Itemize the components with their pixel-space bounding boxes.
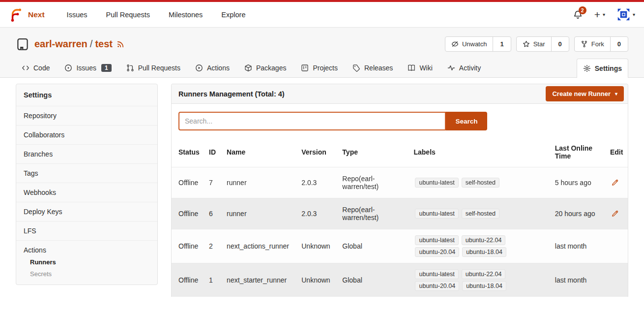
play-circle-icon bbox=[195, 64, 203, 72]
tab-label: Code bbox=[33, 64, 50, 72]
search-input[interactable] bbox=[178, 112, 446, 130]
tag-icon bbox=[352, 64, 360, 72]
runners-panel-header: Runners Management (Total: 4) Create new… bbox=[172, 84, 628, 104]
repo-header: earl-warren / test Unwa bbox=[0, 28, 644, 78]
cell-type: Repo(earl-warren/test) bbox=[338, 167, 410, 198]
runner-label-chip: ubuntu-latest bbox=[415, 178, 458, 188]
create-new-runner-button[interactable]: Create new Runner ▾ bbox=[546, 86, 624, 101]
nav-link-issues[interactable]: Issues bbox=[67, 11, 88, 19]
runners-table: Status ID Name Version Type Labels Last … bbox=[172, 137, 628, 297]
unwatch-label: Unwatch bbox=[462, 40, 487, 48]
cell-type: Repo(earl-warren/test) bbox=[338, 198, 410, 229]
runner-label-chip: ubuntu-20.04 bbox=[415, 247, 459, 257]
table-row: Offline 1 next_starter_runner Unknown Gl… bbox=[172, 263, 628, 297]
edit-runner-button[interactable] bbox=[610, 209, 620, 219]
user-menu-button[interactable]: ▾ bbox=[617, 8, 635, 21]
tab-releases[interactable]: Releases bbox=[347, 59, 399, 77]
sidebar-item-branches[interactable]: Branches bbox=[16, 144, 157, 163]
star-button[interactable]: Star 0 bbox=[516, 36, 569, 52]
sidebar-item-webhooks[interactable]: Webhooks bbox=[16, 183, 157, 202]
sidebar-item-repository[interactable]: Repository bbox=[16, 106, 157, 125]
sidebar-item-actions[interactable]: Actions bbox=[24, 246, 150, 254]
repo-separator: / bbox=[90, 38, 93, 50]
cell-status: Offline bbox=[172, 167, 205, 198]
cell-name: runner bbox=[223, 167, 297, 198]
settings-sidebar: Settings Repository Collaborators Branch… bbox=[16, 84, 158, 285]
star-icon bbox=[523, 40, 530, 48]
create-menu-button[interactable]: + ▾ bbox=[594, 9, 605, 20]
tab-pull-requests[interactable]: Pull Requests bbox=[120, 59, 186, 77]
runners-table-body: Offline 7 runner 2.0.3 Repo(earl-warren/… bbox=[172, 167, 628, 297]
cell-labels: ubuntu-latestself-hosted bbox=[413, 208, 516, 220]
cell-labels: ubuntu-latestubuntu-22.04ubuntu-20.04ubu… bbox=[413, 234, 516, 258]
caret-down-icon: ▾ bbox=[633, 12, 635, 17]
cell-last-online: last month bbox=[551, 229, 606, 263]
avatar bbox=[617, 8, 630, 21]
forgejo-logo-icon bbox=[9, 7, 24, 22]
tab-activity[interactable]: Activity bbox=[441, 59, 487, 77]
cell-edit bbox=[606, 198, 628, 229]
forgejo-logo-link[interactable]: Next bbox=[9, 7, 45, 22]
repo-actions: Unwatch 1 Star 0 bbox=[445, 36, 628, 52]
repository-icon bbox=[16, 37, 29, 51]
edit-runner-button[interactable] bbox=[610, 178, 620, 188]
issue-circle-icon bbox=[64, 64, 72, 72]
tab-code[interactable]: Code bbox=[16, 59, 56, 77]
cell-labels: ubuntu-latestself-hosted bbox=[413, 177, 516, 189]
fork-button[interactable]: Fork 0 bbox=[574, 36, 628, 52]
col-version: Version bbox=[297, 137, 338, 167]
nav-link-pull-requests[interactable]: Pull Requests bbox=[106, 11, 150, 19]
fork-label: Fork bbox=[591, 40, 604, 48]
sidebar-item-collaborators[interactable]: Collaborators bbox=[16, 125, 157, 144]
nav-link-explore[interactable]: Explore bbox=[221, 11, 245, 19]
sidebar-group-actions: Actions Runners Secrets bbox=[16, 240, 157, 285]
cell-edit bbox=[606, 229, 628, 263]
notifications-button[interactable]: 2 bbox=[573, 10, 583, 19]
sidebar-item-lfs[interactable]: LFS bbox=[16, 221, 157, 240]
book-icon bbox=[408, 64, 415, 72]
cell-type: Global bbox=[338, 263, 410, 297]
eye-off-icon bbox=[451, 40, 459, 48]
pull-request-icon bbox=[126, 64, 134, 72]
project-board-icon bbox=[301, 64, 309, 72]
sidebar-item-tags[interactable]: Tags bbox=[16, 163, 157, 183]
search-button[interactable]: Search bbox=[446, 112, 487, 130]
repo-name-link[interactable]: test bbox=[95, 38, 113, 50]
caret-down-icon: ▾ bbox=[615, 91, 617, 96]
sidebar-item-deploy-keys[interactable]: Deploy Keys bbox=[16, 202, 157, 221]
star-count[interactable]: 0 bbox=[551, 37, 569, 51]
sidebar-item-secrets[interactable]: Secrets bbox=[30, 270, 150, 278]
col-last-online-time: Last Online Time bbox=[551, 137, 606, 167]
pencil-icon bbox=[611, 210, 619, 218]
unwatch-button[interactable]: Unwatch 1 bbox=[445, 36, 511, 52]
tab-projects[interactable]: Projects bbox=[295, 59, 344, 77]
watch-count[interactable]: 1 bbox=[493, 37, 510, 51]
sidebar-item-runners[interactable]: Runners bbox=[30, 258, 150, 266]
runner-label-chip: ubuntu-22.04 bbox=[462, 269, 506, 279]
cell-status: Offline bbox=[172, 229, 205, 263]
repo-owner-link[interactable]: earl-warren bbox=[34, 38, 88, 50]
repo-title: earl-warren / test bbox=[34, 38, 113, 50]
nav-link-milestones[interactable]: Milestones bbox=[169, 11, 203, 19]
table-row: Offline 2 next_actions_runner Unknown Gl… bbox=[172, 229, 628, 263]
runner-label-chip: self-hosted bbox=[462, 178, 499, 188]
rss-feed-icon[interactable] bbox=[117, 40, 125, 48]
cell-id: 6 bbox=[205, 198, 223, 229]
tab-packages[interactable]: Packages bbox=[238, 59, 292, 77]
cell-status: Offline bbox=[172, 263, 205, 297]
code-icon bbox=[22, 64, 29, 72]
tab-label: Packages bbox=[256, 64, 286, 72]
fork-count[interactable]: 0 bbox=[610, 37, 628, 51]
tab-settings[interactable]: Settings bbox=[577, 59, 628, 78]
cell-last-online: 20 hours ago bbox=[551, 198, 606, 229]
tab-wiki[interactable]: Wiki bbox=[402, 59, 438, 77]
runner-label-chip: ubuntu-latest bbox=[415, 269, 458, 279]
repo-title-row: earl-warren / test Unwa bbox=[16, 36, 628, 52]
tab-issues[interactable]: Issues 1 bbox=[59, 59, 117, 77]
cell-version: Unknown bbox=[297, 229, 338, 263]
tab-label: Projects bbox=[313, 64, 338, 72]
tab-label: Settings bbox=[595, 64, 622, 72]
star-label: Star bbox=[533, 40, 545, 48]
col-status: Status bbox=[172, 137, 205, 167]
tab-actions[interactable]: Actions bbox=[189, 59, 235, 77]
